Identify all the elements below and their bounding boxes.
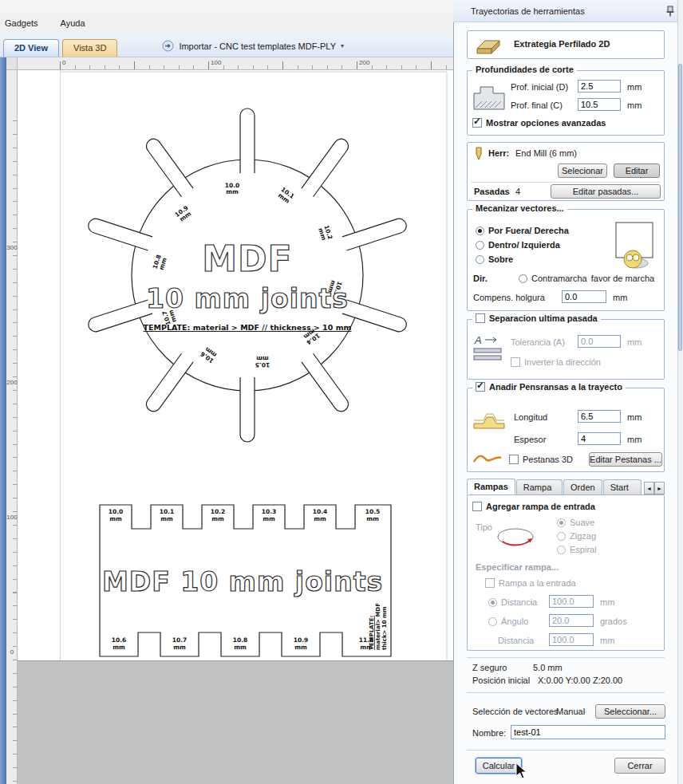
close-button[interactable]: Cerrar — [614, 758, 665, 774]
add-tabs-checkbox[interactable] — [476, 382, 485, 392]
vector-selection-label: Selección de vectores — [472, 707, 559, 716]
panel-scrollbar-thumb[interactable] — [678, 64, 682, 351]
depth-start-label: Prof. inicial (D) — [511, 82, 568, 92]
ramp-type-icon — [495, 526, 541, 550]
edit-passes-button[interactable]: Editar pasadas... — [551, 184, 661, 199]
climb-radio[interactable] — [519, 274, 527, 283]
import-dropdown-icon[interactable]: ▾ — [341, 42, 344, 49]
tool-select-button[interactable]: Selecionar — [558, 163, 607, 178]
tab-length-input[interactable] — [578, 410, 621, 423]
depth-final-label: Prof. final (C) — [511, 100, 563, 110]
ramp-distance2-label: Distancia — [498, 636, 534, 645]
edit-tabs-button[interactable]: Editar Pestanas ... — [589, 452, 662, 467]
add-ramp-label: Agregar rampa de entrada — [486, 502, 595, 511]
ramp-distance-input[interactable] — [549, 595, 594, 608]
gear-title-mdf: MDF — [202, 238, 292, 279]
last-pass-section: Separacion ultima pasada A Tolerancia (A… — [467, 319, 665, 380]
vector-selection-mode: Manual — [556, 707, 585, 716]
tab-vista-3d[interactable]: Vista 3D — [62, 39, 117, 57]
home-position-value: X:0.00 Y:0.00 Z:20.00 — [538, 676, 622, 685]
ramp-distance-unit: mm — [600, 597, 614, 607]
view-tab-row: 2D View Vista 3D Importar - CNC test tem… — [0, 33, 453, 57]
tolerance-input[interactable] — [578, 335, 621, 348]
left-dock-bar[interactable] — [0, 57, 6, 784]
vector-drawing: 10.0mm 10.1mm 10.2mm 10.3mm 10.4mm 10.5m… — [18, 70, 453, 660]
depth-start-input[interactable] — [578, 80, 621, 93]
last-pass-title: Separacion ultima pasada — [489, 313, 598, 323]
strategy-section: Extrategia Perfilado 2D — [467, 30, 665, 59]
comb-title: MDF 10 mm joints — [102, 566, 383, 597]
tab-rampas[interactable]: Rampas — [467, 479, 515, 494]
ramp-smooth-radio[interactable] — [557, 518, 566, 527]
end-mill-icon — [474, 147, 484, 161]
tool-edit-button[interactable]: Editar — [614, 163, 660, 178]
horizontal-ruler[interactable]: 0 100 200 — [18, 57, 453, 70]
comb-size-label: 10.1mm — [160, 508, 175, 522]
ruler-top-100: 100 — [211, 59, 221, 66]
comb-size-label: 10.4mm — [313, 508, 328, 522]
comb-template-vector[interactable]: 10.0mm 10.1mm 10.2mm 10.3mm 10.4mm 10.5m… — [100, 505, 391, 656]
canvas-outside-area[interactable] — [18, 660, 453, 784]
ramp-angle-unit: grados — [600, 617, 627, 626]
ramp-lead-checkbox[interactable] — [485, 578, 495, 588]
tabs-3d-checkbox[interactable] — [509, 455, 519, 464]
import-icon — [162, 40, 174, 52]
safe-z-value: 5.0 mm — [533, 663, 563, 672]
on-vector-radio[interactable] — [476, 255, 484, 264]
direction-label: Dir. — [473, 274, 488, 283]
depth-final-input[interactable] — [578, 98, 621, 111]
tab-2d-view[interactable]: 2D View — [3, 39, 59, 57]
ramp-zigzag-label: Zigzag — [570, 531, 596, 541]
inside-left-radio[interactable] — [476, 241, 484, 250]
tabs-3d-label: Pestanas 3D — [523, 455, 573, 464]
select-vectors-button[interactable]: Seleccionar... — [595, 704, 665, 719]
tab-scroll-left-icon[interactable]: ◄ — [644, 482, 654, 494]
svg-text:A: A — [474, 334, 482, 346]
ramp-angle-radio[interactable] — [488, 617, 497, 626]
import-toolpath-control[interactable]: Importar - CNC test templates MDF-PLY ▾ — [157, 39, 349, 53]
tab-scroll-right-icon[interactable]: ► — [654, 482, 665, 494]
toolpath-name-input[interactable] — [511, 725, 665, 739]
ramp-spiral-label: Espiral — [570, 545, 597, 554]
tab-length-label: Longitud — [514, 412, 547, 422]
reverse-direction-checkbox[interactable] — [511, 357, 520, 367]
menu-ayuda[interactable]: Ayuda — [61, 18, 85, 28]
last-pass-checkbox[interactable] — [476, 313, 485, 323]
ramp-zigzag-radio[interactable] — [557, 532, 566, 541]
tabs-section: Anadir Pensransas a la trayecto Longitud… — [467, 388, 665, 472]
comb-size-label: 10.3mm — [262, 508, 277, 522]
depth-final-unit: mm — [627, 100, 642, 110]
add-ramp-checkbox[interactable] — [472, 502, 482, 511]
ramp-spiral-radio[interactable] — [557, 546, 566, 554]
tab-orden[interactable]: Orden — [563, 479, 602, 494]
advanced-options-checkbox[interactable] — [472, 118, 482, 128]
menubar: Gadgets Ayuda — [0, 13, 453, 33]
ramp-angle-label: Ángulo — [501, 617, 528, 626]
tolerance-unit: mm — [627, 337, 642, 347]
ramp-angle-input[interactable] — [549, 614, 594, 627]
tab-start-at[interactable]: Start At — [603, 479, 642, 494]
gear-size-label: 10.5mm — [255, 355, 270, 368]
menu-gadgets[interactable]: Gadgets — [5, 18, 38, 28]
tab-rampa-l[interactable]: Rampa L. — [516, 479, 563, 494]
comb-size-label: 10.2mm — [211, 508, 226, 522]
tab-thickness-input[interactable] — [578, 432, 621, 445]
gear-title-joints: 10 mm joints — [146, 283, 349, 314]
ruler-left-0: 0 — [6, 648, 18, 656]
passes-label: Pasadas — [474, 187, 510, 196]
panel-title: Trayectorias de herramientas — [471, 6, 585, 16]
machine-vectors-title: Mecanizar vectores... — [472, 203, 567, 213]
home-position-label: Posición inicial — [472, 676, 530, 685]
comb-size-label: 10.0mm — [109, 508, 124, 522]
ruler-left-300: 300 — [6, 244, 18, 251]
ramp-distance-radio[interactable] — [488, 598, 497, 607]
tab-profile-icon — [472, 408, 506, 431]
on-vector-label: Sobre — [488, 254, 513, 264]
gear-template-vector[interactable]: 10.0mm 10.1mm 10.2mm 10.3mm 10.4mm 10.5m… — [86, 108, 408, 442]
vertical-ruler[interactable]: 300 200 100 0 — [6, 70, 18, 784]
wave-3d-icon — [472, 452, 503, 465]
ramp-distance2-input[interactable] — [549, 633, 594, 646]
outside-right-radio[interactable] — [476, 227, 484, 235]
allowance-input[interactable] — [562, 290, 606, 303]
pin-icon[interactable] — [665, 6, 675, 18]
